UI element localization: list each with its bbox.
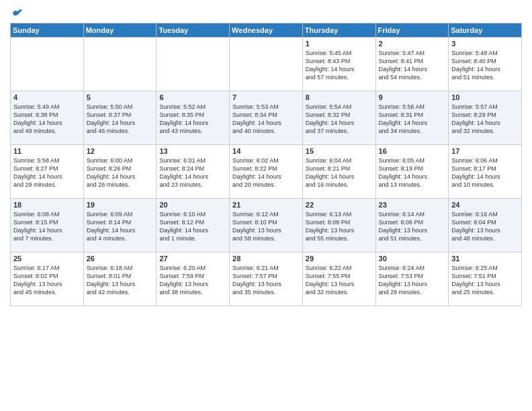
calendar-cell: 29Sunrise: 6:22 AM Sunset: 7:55 PM Dayli… bbox=[302, 253, 375, 306]
day-number: 20 bbox=[159, 201, 226, 209]
day-number: 14 bbox=[232, 147, 300, 155]
calendar-cell: 21Sunrise: 6:12 AM Sunset: 8:10 PM Dayli… bbox=[230, 199, 303, 253]
calendar-cell: 30Sunrise: 6:24 AM Sunset: 7:53 PM Dayli… bbox=[375, 253, 449, 306]
calendar-cell: 1Sunrise: 5:45 AM Sunset: 8:43 PM Daylig… bbox=[302, 38, 375, 91]
day-number: 19 bbox=[87, 201, 154, 209]
day-number: 25 bbox=[13, 255, 81, 263]
day-number: 5 bbox=[87, 93, 154, 101]
day-info: Sunrise: 6:20 AM Sunset: 7:59 PM Dayligh… bbox=[159, 264, 226, 297]
day-info: Sunrise: 5:49 AM Sunset: 8:38 PM Dayligh… bbox=[13, 103, 81, 136]
day-info: Sunrise: 6:10 AM Sunset: 8:12 PM Dayligh… bbox=[159, 210, 226, 243]
day-number: 7 bbox=[232, 93, 300, 101]
day-number: 28 bbox=[232, 255, 300, 263]
day-info: Sunrise: 5:47 AM Sunset: 8:41 PM Dayligh… bbox=[379, 49, 446, 82]
calendar-cell: 3Sunrise: 5:48 AM Sunset: 8:40 PM Daylig… bbox=[449, 38, 522, 91]
day-info: Sunrise: 5:52 AM Sunset: 8:35 PM Dayligh… bbox=[159, 103, 226, 136]
day-info: Sunrise: 6:16 AM Sunset: 8:04 PM Dayligh… bbox=[451, 210, 519, 243]
calendar-cell: 18Sunrise: 6:08 AM Sunset: 8:15 PM Dayli… bbox=[11, 199, 84, 253]
calendar-cell: 7Sunrise: 5:53 AM Sunset: 8:34 PM Daylig… bbox=[230, 91, 303, 145]
calendar-cell: 31Sunrise: 6:25 AM Sunset: 7:51 PM Dayli… bbox=[449, 253, 522, 306]
day-number: 8 bbox=[306, 93, 373, 101]
day-info: Sunrise: 6:14 AM Sunset: 8:06 PM Dayligh… bbox=[379, 210, 446, 243]
day-info: Sunrise: 5:50 AM Sunset: 8:37 PM Dayligh… bbox=[87, 103, 154, 136]
header-day-tuesday: Tuesday bbox=[157, 24, 230, 38]
header-day-monday: Monday bbox=[83, 24, 157, 38]
calendar-cell: 23Sunrise: 6:14 AM Sunset: 8:06 PM Dayli… bbox=[375, 199, 449, 253]
day-info: Sunrise: 6:01 AM Sunset: 8:24 PM Dayligh… bbox=[159, 156, 226, 189]
day-info: Sunrise: 6:02 AM Sunset: 8:22 PM Dayligh… bbox=[232, 156, 300, 189]
day-info: Sunrise: 5:57 AM Sunset: 8:29 PM Dayligh… bbox=[451, 103, 519, 136]
day-number: 11 bbox=[13, 147, 81, 155]
calendar-cell: 11Sunrise: 5:58 AM Sunset: 8:27 PM Dayli… bbox=[11, 145, 84, 199]
day-number: 31 bbox=[451, 255, 519, 263]
day-info: Sunrise: 5:54 AM Sunset: 8:32 PM Dayligh… bbox=[306, 103, 373, 136]
calendar-cell: 4Sunrise: 5:49 AM Sunset: 8:38 PM Daylig… bbox=[11, 91, 84, 145]
week-row-4: 25Sunrise: 6:17 AM Sunset: 8:02 PM Dayli… bbox=[11, 253, 522, 306]
day-info: Sunrise: 6:22 AM Sunset: 7:55 PM Dayligh… bbox=[306, 264, 373, 297]
day-info: Sunrise: 6:21 AM Sunset: 7:57 PM Dayligh… bbox=[232, 264, 300, 297]
header bbox=[10, 7, 522, 19]
calendar-cell bbox=[83, 38, 157, 91]
day-number: 21 bbox=[232, 201, 300, 209]
day-info: Sunrise: 6:04 AM Sunset: 8:21 PM Dayligh… bbox=[306, 156, 373, 189]
logo bbox=[10, 7, 24, 19]
calendar-cell bbox=[11, 38, 84, 91]
day-number: 12 bbox=[87, 147, 154, 155]
day-info: Sunrise: 5:45 AM Sunset: 8:43 PM Dayligh… bbox=[306, 49, 373, 82]
day-info: Sunrise: 5:56 AM Sunset: 8:31 PM Dayligh… bbox=[379, 103, 446, 136]
day-number: 15 bbox=[306, 147, 373, 155]
calendar-cell: 9Sunrise: 5:56 AM Sunset: 8:31 PM Daylig… bbox=[375, 91, 449, 145]
calendar-cell: 27Sunrise: 6:20 AM Sunset: 7:59 PM Dayli… bbox=[157, 253, 230, 306]
day-info: Sunrise: 6:06 AM Sunset: 8:17 PM Dayligh… bbox=[451, 156, 519, 189]
day-info: Sunrise: 6:12 AM Sunset: 8:10 PM Dayligh… bbox=[232, 210, 300, 243]
day-number: 2 bbox=[379, 40, 446, 48]
day-number: 23 bbox=[379, 201, 446, 209]
day-number: 16 bbox=[379, 147, 446, 155]
calendar-cell: 17Sunrise: 6:06 AM Sunset: 8:17 PM Dayli… bbox=[449, 145, 522, 199]
day-number: 30 bbox=[379, 255, 446, 263]
calendar-cell: 19Sunrise: 6:09 AM Sunset: 8:14 PM Dayli… bbox=[83, 199, 157, 253]
day-number: 24 bbox=[451, 201, 519, 209]
day-info: Sunrise: 6:17 AM Sunset: 8:02 PM Dayligh… bbox=[13, 264, 81, 297]
calendar-cell: 24Sunrise: 6:16 AM Sunset: 8:04 PM Dayli… bbox=[449, 199, 522, 253]
day-info: Sunrise: 5:58 AM Sunset: 8:27 PM Dayligh… bbox=[13, 156, 81, 189]
day-number: 17 bbox=[451, 147, 519, 155]
day-number: 10 bbox=[451, 93, 519, 101]
day-info: Sunrise: 6:25 AM Sunset: 7:51 PM Dayligh… bbox=[451, 264, 519, 297]
day-number: 3 bbox=[451, 40, 519, 48]
day-number: 22 bbox=[306, 201, 373, 209]
day-number: 29 bbox=[306, 255, 373, 263]
day-info: Sunrise: 6:24 AM Sunset: 7:53 PM Dayligh… bbox=[379, 264, 446, 297]
day-info: Sunrise: 6:13 AM Sunset: 8:08 PM Dayligh… bbox=[306, 210, 373, 243]
header-row: SundayMondayTuesdayWednesdayThursdayFrid… bbox=[11, 24, 522, 38]
calendar-cell: 13Sunrise: 6:01 AM Sunset: 8:24 PM Dayli… bbox=[157, 145, 230, 199]
calendar-cell: 10Sunrise: 5:57 AM Sunset: 8:29 PM Dayli… bbox=[449, 91, 522, 145]
calendar-cell: 14Sunrise: 6:02 AM Sunset: 8:22 PM Dayli… bbox=[230, 145, 303, 199]
day-info: Sunrise: 6:18 AM Sunset: 8:01 PM Dayligh… bbox=[87, 264, 154, 297]
header-day-thursday: Thursday bbox=[302, 24, 375, 38]
calendar-table: SundayMondayTuesdayWednesdayThursdayFrid… bbox=[10, 23, 522, 306]
calendar-cell: 20Sunrise: 6:10 AM Sunset: 8:12 PM Dayli… bbox=[157, 199, 230, 253]
calendar-cell: 28Sunrise: 6:21 AM Sunset: 7:57 PM Dayli… bbox=[230, 253, 303, 306]
page: SundayMondayTuesdayWednesdayThursdayFrid… bbox=[0, 0, 532, 411]
week-row-1: 4Sunrise: 5:49 AM Sunset: 8:38 PM Daylig… bbox=[11, 91, 522, 145]
calendar-cell: 12Sunrise: 6:00 AM Sunset: 8:26 PM Dayli… bbox=[83, 145, 157, 199]
week-row-3: 18Sunrise: 6:08 AM Sunset: 8:15 PM Dayli… bbox=[11, 199, 522, 253]
header-day-sunday: Sunday bbox=[11, 24, 84, 38]
day-info: Sunrise: 5:48 AM Sunset: 8:40 PM Dayligh… bbox=[451, 49, 519, 82]
calendar-cell bbox=[157, 38, 230, 91]
calendar-cell: 16Sunrise: 6:05 AM Sunset: 8:19 PM Dayli… bbox=[375, 145, 449, 199]
calendar-cell: 26Sunrise: 6:18 AM Sunset: 8:01 PM Dayli… bbox=[83, 253, 157, 306]
day-number: 4 bbox=[13, 93, 81, 101]
header-day-wednesday: Wednesday bbox=[230, 24, 303, 38]
day-number: 18 bbox=[13, 201, 81, 209]
calendar-cell: 2Sunrise: 5:47 AM Sunset: 8:41 PM Daylig… bbox=[375, 38, 449, 91]
calendar-cell: 15Sunrise: 6:04 AM Sunset: 8:21 PM Dayli… bbox=[302, 145, 375, 199]
day-info: Sunrise: 5:53 AM Sunset: 8:34 PM Dayligh… bbox=[232, 103, 300, 136]
day-number: 9 bbox=[379, 93, 446, 101]
day-info: Sunrise: 6:09 AM Sunset: 8:14 PM Dayligh… bbox=[87, 210, 154, 243]
calendar-cell bbox=[230, 38, 303, 91]
day-number: 26 bbox=[87, 255, 154, 263]
day-number: 13 bbox=[159, 147, 226, 155]
header-day-saturday: Saturday bbox=[449, 24, 522, 38]
